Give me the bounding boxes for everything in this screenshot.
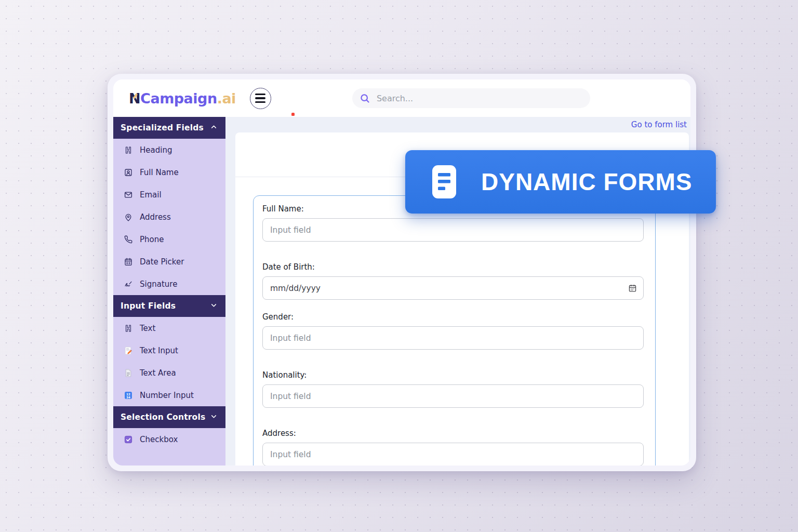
text-icon bbox=[124, 324, 133, 333]
sidebar-item-heading[interactable]: Heading bbox=[113, 139, 225, 161]
sidebar-item-email[interactable]: Email bbox=[113, 183, 225, 206]
text-input[interactable] bbox=[262, 218, 644, 242]
banner-title: DYNAMIC FORMS bbox=[481, 168, 693, 196]
textinput-icon bbox=[124, 346, 133, 355]
sidebar-item-checkbox[interactable]: Checkbox bbox=[113, 428, 225, 450]
sidebar: Specialized FieldsHeadingFull NameEmailA… bbox=[113, 117, 225, 466]
search-input[interactable] bbox=[377, 94, 583, 103]
textarea-icon bbox=[124, 368, 133, 378]
search-icon bbox=[360, 93, 370, 104]
field-input-wrap bbox=[262, 276, 644, 300]
field-input-wrap bbox=[262, 218, 644, 242]
text-input[interactable] bbox=[262, 443, 644, 466]
sidebar-item-signature[interactable]: Signature bbox=[113, 273, 225, 295]
sidebar-item-label: Full Name bbox=[140, 168, 179, 177]
link-row: Go to form list bbox=[235, 117, 689, 132]
sidebar-section-label: Input Fields bbox=[121, 301, 176, 311]
sidebar-item-label: Number Input bbox=[140, 391, 194, 400]
sidebar-item-number-input[interactable]: 1234Number Input bbox=[113, 384, 225, 406]
checkbox-icon bbox=[124, 435, 133, 444]
svg-text:12: 12 bbox=[126, 392, 130, 395]
sidebar-item-label: Date Picker bbox=[140, 257, 184, 267]
sidebar-item-phone[interactable]: Phone bbox=[113, 228, 225, 250]
logo-ai-text: .ai bbox=[217, 90, 236, 107]
signature-icon bbox=[124, 280, 133, 289]
field-input-wrap bbox=[262, 443, 644, 466]
sidebar-item-address[interactable]: Address bbox=[113, 206, 225, 228]
field-label: Nationality: bbox=[262, 370, 644, 380]
sidebar-item-text-area[interactable]: Text Area bbox=[113, 362, 225, 384]
logo[interactable]: NCampaign.ai bbox=[129, 90, 236, 107]
sidebar-item-label: Checkbox bbox=[140, 435, 178, 444]
sidebar-item-label: Address bbox=[140, 212, 171, 222]
sidebar-section-label: Selection Controls bbox=[121, 413, 205, 422]
form-field-date-of-birth: Date of Birth: bbox=[262, 262, 644, 300]
sidebar-section-label: Specialized Fields bbox=[121, 123, 204, 132]
hamburger-menu-button[interactable] bbox=[250, 88, 271, 109]
field-label: Gender: bbox=[262, 312, 644, 322]
app-frame: NCampaign.ai Specialized FieldsHeadingFu… bbox=[113, 79, 690, 466]
form-field-address: Address: bbox=[262, 429, 644, 466]
sidebar-item-text-input[interactable]: Text Input bbox=[113, 339, 225, 362]
sidebar-item-label: Text Input bbox=[140, 346, 178, 355]
field-input-wrap bbox=[262, 384, 644, 408]
field-label: Address: bbox=[262, 429, 644, 438]
field-label: Date of Birth: bbox=[262, 262, 644, 272]
go-to-form-list-link[interactable]: Go to form list bbox=[631, 120, 687, 129]
red-indicator-dot bbox=[291, 113, 295, 116]
email-icon bbox=[124, 190, 133, 200]
sidebar-item-label: Email bbox=[140, 190, 162, 200]
date-input[interactable] bbox=[262, 276, 644, 300]
app-window: NCampaign.ai Specialized FieldsHeadingFu… bbox=[108, 74, 696, 471]
sidebar-item-label: Phone bbox=[140, 235, 164, 244]
sidebar-item-label: Signature bbox=[140, 280, 177, 289]
field-input-wrap bbox=[262, 326, 644, 350]
form-card-body: Full Name:Date of Birth:Gender:Nationali… bbox=[235, 177, 689, 466]
app-header: NCampaign.ai bbox=[113, 79, 690, 117]
logo-campaign-text: Campaign bbox=[140, 90, 217, 107]
sidebar-item-text[interactable]: Text bbox=[113, 317, 225, 339]
chevron-down-icon bbox=[210, 413, 217, 422]
form-field-nationality: Nationality: bbox=[262, 370, 644, 408]
dynamic-forms-banner: DYNAMIC FORMS bbox=[405, 150, 716, 214]
sidebar-section-header-input-fields[interactable]: Input Fields bbox=[113, 295, 225, 317]
text-input[interactable] bbox=[262, 326, 644, 350]
numberinput-icon: 1234 bbox=[124, 391, 133, 400]
chevron-down-icon bbox=[210, 301, 217, 311]
sidebar-item-date-picker[interactable]: Date Picker bbox=[113, 250, 225, 273]
chevron-up-icon bbox=[210, 123, 217, 132]
svg-text:34: 34 bbox=[126, 395, 130, 398]
text-input[interactable] bbox=[262, 384, 644, 408]
hamburger-icon bbox=[255, 94, 265, 95]
form-fields-container: Full Name:Date of Birth:Gender:Nationali… bbox=[253, 195, 656, 466]
form-document-icon bbox=[432, 165, 456, 198]
phone-icon bbox=[124, 235, 133, 244]
heading-icon bbox=[124, 145, 133, 155]
sidebar-item-label: Text Area bbox=[140, 368, 176, 378]
address-icon bbox=[124, 212, 133, 222]
sidebar-section-header-specialized-fields[interactable]: Specialized Fields bbox=[113, 117, 225, 139]
logo-n-mark: N bbox=[129, 90, 140, 107]
page-background: { "header": { "logo": { "part1": "N", "p… bbox=[0, 0, 798, 532]
sidebar-section-header-selection-controls[interactable]: Selection Controls bbox=[113, 406, 225, 428]
sidebar-item-full-name[interactable]: Full Name bbox=[113, 161, 225, 183]
sidebar-item-label: Heading bbox=[140, 145, 172, 155]
sidebar-item-label: Text bbox=[140, 324, 155, 333]
form-field-gender: Gender: bbox=[262, 312, 644, 350]
search-bar[interactable] bbox=[352, 88, 590, 108]
datepicker-icon bbox=[124, 257, 133, 267]
calendar-icon[interactable] bbox=[628, 284, 637, 292]
fullname-icon bbox=[124, 168, 133, 177]
